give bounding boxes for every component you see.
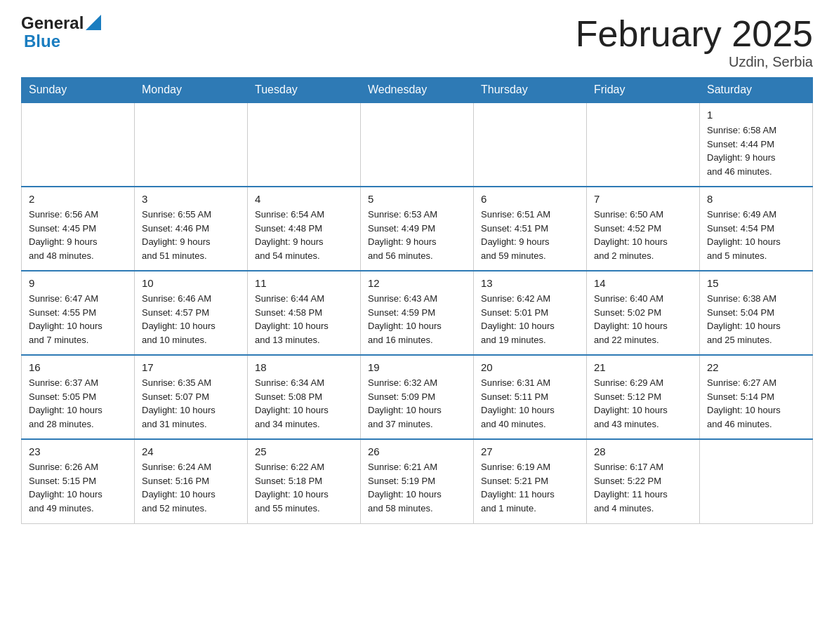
week-row-4: 16Sunrise: 6:37 AMSunset: 5:05 PMDayligh… <box>22 355 813 439</box>
calendar-cell: 6Sunrise: 6:51 AMSunset: 4:51 PMDaylight… <box>474 187 587 271</box>
day-info: Sunrise: 6:29 AMSunset: 5:12 PMDaylight:… <box>594 376 692 431</box>
calendar-table: SundayMondayTuesdayWednesdayThursdayFrid… <box>21 77 813 524</box>
calendar-cell: 4Sunrise: 6:54 AMSunset: 4:48 PMDaylight… <box>248 187 361 271</box>
day-number: 25 <box>255 445 353 457</box>
day-info: Sunrise: 6:31 AMSunset: 5:11 PMDaylight:… <box>481 376 579 431</box>
calendar-cell <box>474 102 587 187</box>
day-info: Sunrise: 6:38 AMSunset: 5:04 PMDaylight:… <box>707 292 805 347</box>
logo-blue-text: Blue <box>24 32 101 51</box>
day-info: Sunrise: 6:24 AMSunset: 5:16 PMDaylight:… <box>142 460 240 515</box>
day-number: 11 <box>255 277 353 289</box>
day-number: 28 <box>594 445 692 457</box>
day-number: 20 <box>481 361 579 373</box>
calendar-cell: 14Sunrise: 6:40 AMSunset: 5:02 PMDayligh… <box>587 271 700 355</box>
day-info: Sunrise: 6:19 AMSunset: 5:21 PMDaylight:… <box>481 460 579 515</box>
calendar-cell: 21Sunrise: 6:29 AMSunset: 5:12 PMDayligh… <box>587 355 700 439</box>
day-info: Sunrise: 6:34 AMSunset: 5:08 PMDaylight:… <box>255 376 353 431</box>
day-number: 23 <box>29 445 127 457</box>
day-info: Sunrise: 6:47 AMSunset: 4:55 PMDaylight:… <box>29 292 127 347</box>
week-row-2: 2Sunrise: 6:56 AMSunset: 4:45 PMDaylight… <box>22 187 813 271</box>
weekday-header-monday: Monday <box>135 78 248 103</box>
calendar-cell: 1Sunrise: 6:58 AMSunset: 4:44 PMDaylight… <box>700 102 813 187</box>
page-header: General Blue February 2025 Uzdin, Serbia <box>21 14 813 70</box>
day-info: Sunrise: 6:46 AMSunset: 4:57 PMDaylight:… <box>142 292 240 347</box>
calendar-cell: 20Sunrise: 6:31 AMSunset: 5:11 PMDayligh… <box>474 355 587 439</box>
day-number: 7 <box>594 193 692 205</box>
day-number: 18 <box>255 361 353 373</box>
calendar-cell: 2Sunrise: 6:56 AMSunset: 4:45 PMDaylight… <box>22 187 135 271</box>
calendar-cell: 24Sunrise: 6:24 AMSunset: 5:16 PMDayligh… <box>135 439 248 523</box>
day-number: 6 <box>481 193 579 205</box>
day-info: Sunrise: 6:44 AMSunset: 4:58 PMDaylight:… <box>255 292 353 347</box>
day-number: 15 <box>707 277 805 289</box>
calendar-cell: 8Sunrise: 6:49 AMSunset: 4:54 PMDaylight… <box>700 187 813 271</box>
calendar-cell: 23Sunrise: 6:26 AMSunset: 5:15 PMDayligh… <box>22 439 135 523</box>
day-info: Sunrise: 6:49 AMSunset: 4:54 PMDaylight:… <box>707 208 805 262</box>
calendar-cell: 15Sunrise: 6:38 AMSunset: 5:04 PMDayligh… <box>700 271 813 355</box>
day-number: 21 <box>594 361 692 373</box>
calendar-cell: 22Sunrise: 6:27 AMSunset: 5:14 PMDayligh… <box>700 355 813 439</box>
day-info: Sunrise: 6:21 AMSunset: 5:19 PMDaylight:… <box>368 460 466 515</box>
calendar-cell: 27Sunrise: 6:19 AMSunset: 5:21 PMDayligh… <box>474 439 587 523</box>
calendar-cell <box>587 102 700 187</box>
day-info: Sunrise: 6:50 AMSunset: 4:52 PMDaylight:… <box>594 208 692 262</box>
weekday-header-friday: Friday <box>587 78 700 103</box>
calendar-cell: 17Sunrise: 6:35 AMSunset: 5:07 PMDayligh… <box>135 355 248 439</box>
weekday-header-tuesday: Tuesday <box>248 78 361 103</box>
day-number: 8 <box>707 193 805 205</box>
week-row-1: 1Sunrise: 6:58 AMSunset: 4:44 PMDaylight… <box>22 102 813 187</box>
calendar-cell: 16Sunrise: 6:37 AMSunset: 5:05 PMDayligh… <box>22 355 135 439</box>
day-info: Sunrise: 6:35 AMSunset: 5:07 PMDaylight:… <box>142 376 240 431</box>
day-number: 5 <box>368 193 466 205</box>
calendar-cell <box>700 439 813 523</box>
calendar-cell: 13Sunrise: 6:42 AMSunset: 5:01 PMDayligh… <box>474 271 587 355</box>
day-number: 4 <box>255 193 353 205</box>
day-info: Sunrise: 6:53 AMSunset: 4:49 PMDaylight:… <box>368 208 466 262</box>
week-row-3: 9Sunrise: 6:47 AMSunset: 4:55 PMDaylight… <box>22 271 813 355</box>
day-info: Sunrise: 6:55 AMSunset: 4:46 PMDaylight:… <box>142 208 240 262</box>
weekday-header-sunday: Sunday <box>22 78 135 103</box>
calendar-cell: 26Sunrise: 6:21 AMSunset: 5:19 PMDayligh… <box>361 439 474 523</box>
day-number: 26 <box>368 445 466 457</box>
day-number: 27 <box>481 445 579 457</box>
day-info: Sunrise: 6:27 AMSunset: 5:14 PMDaylight:… <box>707 376 805 431</box>
day-number: 17 <box>142 361 240 373</box>
day-number: 13 <box>481 277 579 289</box>
calendar-cell: 25Sunrise: 6:22 AMSunset: 5:18 PMDayligh… <box>248 439 361 523</box>
day-info: Sunrise: 6:22 AMSunset: 5:18 PMDaylight:… <box>255 460 353 515</box>
day-number: 24 <box>142 445 240 457</box>
calendar-cell: 7Sunrise: 6:50 AMSunset: 4:52 PMDaylight… <box>587 187 700 271</box>
day-number: 9 <box>29 277 127 289</box>
calendar-cell: 9Sunrise: 6:47 AMSunset: 4:55 PMDaylight… <box>22 271 135 355</box>
logo: General Blue <box>21 14 101 51</box>
weekday-header-wednesday: Wednesday <box>361 78 474 103</box>
calendar-cell: 28Sunrise: 6:17 AMSunset: 5:22 PMDayligh… <box>587 439 700 523</box>
weekday-header-row: SundayMondayTuesdayWednesdayThursdayFrid… <box>22 78 813 103</box>
calendar-cell: 10Sunrise: 6:46 AMSunset: 4:57 PMDayligh… <box>135 271 248 355</box>
calendar-cell <box>22 102 135 187</box>
day-info: Sunrise: 6:51 AMSunset: 4:51 PMDaylight:… <box>481 208 579 262</box>
weekday-header-saturday: Saturday <box>700 78 813 103</box>
day-info: Sunrise: 6:54 AMSunset: 4:48 PMDaylight:… <box>255 208 353 262</box>
calendar-cell <box>248 102 361 187</box>
week-row-5: 23Sunrise: 6:26 AMSunset: 5:15 PMDayligh… <box>22 439 813 523</box>
calendar-cell: 12Sunrise: 6:43 AMSunset: 4:59 PMDayligh… <box>361 271 474 355</box>
calendar-cell: 19Sunrise: 6:32 AMSunset: 5:09 PMDayligh… <box>361 355 474 439</box>
day-info: Sunrise: 6:42 AMSunset: 5:01 PMDaylight:… <box>481 292 579 347</box>
logo-triangle-icon <box>86 15 101 30</box>
location: Uzdin, Serbia <box>576 54 813 70</box>
day-info: Sunrise: 6:37 AMSunset: 5:05 PMDaylight:… <box>29 376 127 431</box>
calendar-cell: 3Sunrise: 6:55 AMSunset: 4:46 PMDaylight… <box>135 187 248 271</box>
day-number: 16 <box>29 361 127 373</box>
day-number: 10 <box>142 277 240 289</box>
day-info: Sunrise: 6:32 AMSunset: 5:09 PMDaylight:… <box>368 376 466 431</box>
day-number: 3 <box>142 193 240 205</box>
day-number: 19 <box>368 361 466 373</box>
day-info: Sunrise: 6:43 AMSunset: 4:59 PMDaylight:… <box>368 292 466 347</box>
calendar-cell <box>361 102 474 187</box>
calendar-cell: 18Sunrise: 6:34 AMSunset: 5:08 PMDayligh… <box>248 355 361 439</box>
day-number: 12 <box>368 277 466 289</box>
calendar-cell: 5Sunrise: 6:53 AMSunset: 4:49 PMDaylight… <box>361 187 474 271</box>
day-number: 2 <box>29 193 127 205</box>
day-number: 22 <box>707 361 805 373</box>
